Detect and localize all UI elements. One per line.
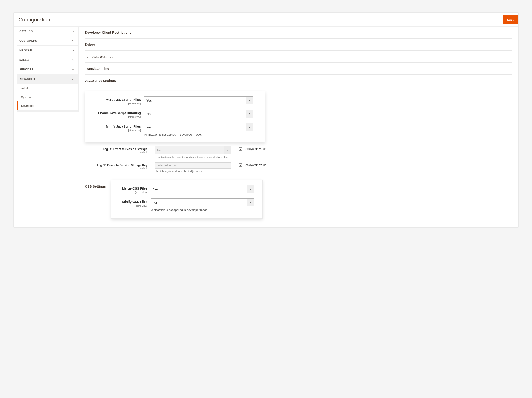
field-scope: [store view] xyxy=(93,102,141,105)
log-js-errors-key-note: Use this key to retrieve collected js er… xyxy=(155,170,231,173)
js-system-rows: Log JS Errors to Session Storage [global… xyxy=(85,146,512,178)
svg-marker-1 xyxy=(249,113,250,114)
sidebar-subitem-admin[interactable]: Admin xyxy=(17,84,78,93)
field-label-col: Enable JavaScript Bundling [store view] xyxy=(93,110,144,118)
field-label-col: Merge JavaScript Files [store view] xyxy=(93,96,144,105)
sidebar-item-services[interactable]: Services xyxy=(17,65,79,74)
sidebar-subitem-system[interactable]: System xyxy=(17,93,78,101)
field-input-col: Yes xyxy=(151,185,254,193)
svg-marker-3 xyxy=(227,150,228,151)
caret-down-icon xyxy=(246,123,253,131)
sidebar-item-label: Services xyxy=(19,68,33,71)
field-input-col: Yes xyxy=(144,96,257,104)
sidebar-subitem-developer[interactable]: Developer xyxy=(17,101,78,110)
sidebar-item-label: Advanced xyxy=(19,78,35,81)
enable-js-bundling-select[interactable]: No xyxy=(144,110,253,118)
field-merge-css: Merge CSS Files [store view] Yes xyxy=(119,185,254,194)
field-label-col: Log JS Errors to Session Storage Key [gl… xyxy=(85,162,147,170)
sidebar-item-sales[interactable]: Sales xyxy=(17,55,79,65)
field-input-col: No If enabled, can be used by functional… xyxy=(155,146,231,158)
caret-down-icon xyxy=(224,146,231,154)
use-system-value-checkbox[interactable]: Use system value xyxy=(239,146,266,150)
checkbox-label: Use system value xyxy=(243,147,266,150)
caret-down-icon xyxy=(247,199,254,206)
field-label-col: Log JS Errors to Session Storage [global… xyxy=(85,146,147,153)
page-body: Catalog Customers Magepal Sales Services… xyxy=(13,26,519,228)
field-log-js-errors: Log JS Errors to Session Storage [global… xyxy=(85,146,512,158)
caret-down-icon xyxy=(247,185,254,193)
sidebar-item-label: Customers xyxy=(19,39,37,42)
minify-css-select[interactable]: Yes xyxy=(151,198,254,207)
field-label: Enable JavaScript Bundling xyxy=(98,111,141,115)
field-label: Minify CSS Files xyxy=(122,200,147,203)
select-value: No xyxy=(144,110,246,117)
field-label: Log JS Errors to Session Storage Key xyxy=(97,164,147,167)
field-label: Merge JavaScript Files xyxy=(106,98,141,101)
checkbox-checked-icon xyxy=(239,163,242,167)
field-scope: [store view] xyxy=(93,129,141,131)
section-developer-client-restrictions[interactable]: Developer Client Restrictions xyxy=(85,26,512,39)
sidebar-footer xyxy=(17,110,79,112)
minify-js-select[interactable]: Yes xyxy=(144,123,253,131)
field-scope: [global] xyxy=(85,151,147,153)
chevron-down-icon xyxy=(72,59,74,61)
field-label: Log JS Errors to Session Storage xyxy=(103,148,147,151)
sidebar-item-advanced[interactable]: Advanced xyxy=(17,74,79,84)
field-label-col: Minify JavaScript Files [store view] xyxy=(93,123,144,131)
field-input-col: Yes Minification is not applied in devel… xyxy=(144,123,257,136)
sidebar-item-magepal[interactable]: Magepal xyxy=(17,46,79,55)
select-value: Yes xyxy=(151,185,247,193)
field-log-js-errors-key: Log JS Errors to Session Storage Key [gl… xyxy=(85,162,512,173)
select-value: Yes xyxy=(144,123,246,131)
svg-marker-0 xyxy=(249,100,250,101)
use-system-value-checkbox[interactable]: Use system value xyxy=(239,162,266,167)
field-label: Minify JavaScript Files xyxy=(106,125,141,128)
config-main: Developer Client Restrictions Debug Temp… xyxy=(79,26,519,228)
log-js-errors-select: No xyxy=(155,146,231,154)
sidebar-item-catalog[interactable]: Catalog xyxy=(17,26,79,36)
sidebar-item-label: Magepal xyxy=(19,49,33,52)
chevron-down-icon xyxy=(72,40,74,42)
svg-marker-4 xyxy=(250,189,251,190)
field-merge-js: Merge JavaScript Files [store view] Yes xyxy=(93,96,257,105)
section-javascript-settings[interactable]: JavaScript Settings xyxy=(85,75,512,87)
field-minify-css: Minify CSS Files [store view] Yes Minifi… xyxy=(119,198,254,212)
caret-down-icon xyxy=(246,97,253,104)
config-sidebar: Catalog Customers Magepal Sales Services… xyxy=(17,26,79,228)
page-header: Configuration Save xyxy=(13,13,519,26)
field-scope: [global] xyxy=(85,167,147,170)
sidebar-item-label: Sales xyxy=(19,59,29,62)
page-title: Configuration xyxy=(19,17,50,23)
checkbox-label: Use system value xyxy=(243,163,266,167)
advanced-subitems: Admin System Developer xyxy=(17,84,79,110)
save-button[interactable]: Save xyxy=(503,15,519,24)
select-value: Yes xyxy=(144,97,246,104)
chevron-up-icon xyxy=(72,78,74,80)
minify-js-note: Minification is not applied in developer… xyxy=(144,133,257,136)
chevron-down-icon xyxy=(72,30,74,32)
section-template-settings[interactable]: Template Settings xyxy=(85,51,512,63)
minify-css-note: Minification is not applied in developer… xyxy=(151,208,254,212)
field-label: Merge CSS Files xyxy=(122,187,147,190)
svg-marker-5 xyxy=(250,202,251,203)
select-value: Yes xyxy=(151,199,247,206)
svg-marker-2 xyxy=(249,127,250,128)
log-js-errors-key-input xyxy=(155,162,231,169)
merge-js-select[interactable]: Yes xyxy=(144,96,253,104)
chevron-down-icon xyxy=(72,68,74,71)
css-settings-heading[interactable]: CSS Settings xyxy=(85,180,111,188)
chevron-down-icon xyxy=(72,49,74,52)
section-css-settings: CSS Settings Merge CSS Files [store view… xyxy=(85,180,512,219)
field-label-col: Minify CSS Files [store view] xyxy=(119,198,151,207)
field-input-col: Yes Minification is not applied in devel… xyxy=(151,198,254,212)
section-debug[interactable]: Debug xyxy=(85,39,512,51)
section-translate-inline[interactable]: Translate Inline xyxy=(85,63,512,75)
field-scope: [store view] xyxy=(119,204,147,207)
field-input-col: No xyxy=(144,110,257,118)
merge-css-select[interactable]: Yes xyxy=(151,185,254,193)
field-scope: [store view] xyxy=(119,191,147,194)
sidebar-item-customers[interactable]: Customers xyxy=(17,36,79,46)
config-page: Configuration Save Catalog Customers Mag… xyxy=(13,13,519,228)
field-input-col: Use this key to retrieve collected js er… xyxy=(155,162,231,173)
field-label-col: Merge CSS Files [store view] xyxy=(119,185,151,194)
